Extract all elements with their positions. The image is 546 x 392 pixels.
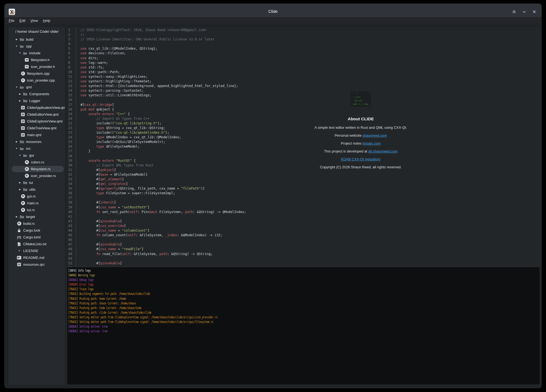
code-line[interactable]: 21 include!("cxx-qt-lib/qstring.h");	[67, 121, 540, 126]
titlebar[interactable]: Clide	[4, 4, 542, 17]
tree-item-cmakelists-txt[interactable]: CMakeLists.txt	[8, 241, 65, 247]
code-line[interactable]: 24 type QModelIndex = cxx_qt_lib::QModel…	[67, 135, 540, 140]
code-line[interactable]: 13use syntect::html::{IncludeBackground,…	[67, 84, 540, 88]
tree-item-gui[interactable]: ▼gui	[8, 152, 65, 159]
code-line[interactable]: 23 include!("cxx-qt-lib/qmodelindex.h");	[67, 130, 540, 135]
tree-item-cargo-toml[interactable]: [T]Cargo.toml	[8, 234, 65, 241]
chevron-down-icon[interactable]: ▼	[19, 52, 21, 54]
code-line[interactable]: 29 unsafe extern "RustQt" {	[67, 158, 540, 163]
tree-item-gui-rs[interactable]: Rgui.rs	[8, 193, 65, 200]
code-line[interactable]: 18pub mod qobject {	[67, 107, 540, 112]
tree-item-include[interactable]: ▼include	[8, 50, 65, 56]
chevron-right-icon[interactable]: ▶	[15, 140, 18, 143]
code-line[interactable]: 27 }	[67, 149, 540, 154]
code-line[interactable]: 47 #[qinvokable]	[67, 242, 540, 247]
notes-link[interactable]: knoats.com	[363, 141, 381, 145]
code-line[interactable]: 33 #[qml_element]	[67, 177, 540, 182]
code-line[interactable]: 42 #[qinvokable]	[67, 219, 540, 224]
tree-item-resources-qrc[interactable]: Qtresources.qrc	[8, 261, 65, 268]
code-line[interactable]: 15use syntect::util::LinesWithEndings;	[67, 93, 540, 98]
code-line[interactable]: 40 fn set_root_path(self: Pin<&mut FileS…	[67, 210, 540, 214]
kdab-repo-link[interactable]: KDAB CXX-Qt repository	[341, 157, 381, 161]
tree-item-main-qml[interactable]: Qtmain.qml	[8, 131, 65, 138]
shade-button[interactable]	[511, 9, 517, 15]
chevron-down-icon[interactable]: ▼	[15, 147, 18, 150]
code-line[interactable]: 6use devicons::FileIcon;	[67, 51, 540, 56]
code-line[interactable]: 1// SPDX-FileCopyrightText: 2026, Shaun …	[67, 28, 540, 32]
tree-item-license[interactable]: ✶LICENSE	[8, 247, 65, 254]
chevron-right-icon[interactable]: ▶	[19, 188, 21, 191]
code-line[interactable]: 46	[67, 238, 540, 242]
chevron-right-icon[interactable]: ▶	[19, 181, 21, 184]
code-line[interactable]: 11use syntect::easy::HighlightLines;	[67, 74, 540, 79]
tree-item-build-rs[interactable]: Rbuild.rs	[8, 220, 65, 227]
code-line[interactable]: 28	[67, 154, 540, 158]
minimize-button[interactable]	[521, 9, 527, 15]
code-line[interactable]: 50	[67, 256, 540, 261]
tree-item-tui-rs[interactable]: Rtui.rs	[8, 207, 65, 213]
code-line[interactable]: 36 type FileSystem = super::FileSystemIm…	[67, 191, 540, 196]
tree-item-resources[interactable]: ▶resources	[8, 138, 65, 145]
code-line[interactable]: 48 #[cxx_name = "readFile"]	[67, 247, 540, 252]
tree-item-filesystem-rs[interactable]: Rfilesystem.rs	[8, 166, 65, 172]
tree-item-filesystem-h[interactable]: Hfilesystem.h	[8, 56, 65, 63]
code-line[interactable]: 38 #[inherit]	[67, 200, 540, 205]
code-line[interactable]: 26 type QFileSystemModel;	[67, 144, 540, 149]
code-editor[interactable]: 1// SPDX-FileCopyrightText: 2026, Shaun …	[67, 27, 540, 267]
chevron-right-icon[interactable]: ▶	[15, 216, 18, 218]
tree-item-build[interactable]: ▶build	[8, 36, 65, 43]
tree-item-readme-md[interactable]: M↓README.md	[8, 254, 65, 261]
code-line[interactable]: 39 #[cxx_name = "setRootPath"]	[67, 205, 540, 210]
code-line[interactable]: 35 #[qproperty(QString, file_path, cxx_n…	[67, 186, 540, 191]
tree-item-colors-rs[interactable]: Rcolors.rs	[8, 159, 65, 166]
code-line[interactable]: 4	[67, 42, 540, 46]
chevron-right-icon[interactable]: ▶	[19, 93, 21, 95]
tree-item-icon-provider-rs[interactable]: Ricon_provider.rs	[8, 172, 65, 179]
tree-item-cpp[interactable]: ▼cpp	[8, 43, 65, 50]
close-button[interactable]	[531, 9, 537, 15]
tree-item-clideapplicationview-qml[interactable]: QtClideApplicationView.qml	[8, 104, 65, 111]
code-line[interactable]: 30 // Export QML Types from Rust	[67, 163, 540, 168]
log-console[interactable]: [INFO] Info logs[WARN] Warning logs[DEBU…	[67, 267, 540, 385]
code-line[interactable]: 12use syntect::highlighting::ThemeSet;	[67, 79, 540, 84]
tree-item-logger[interactable]: ▶Logger	[8, 97, 65, 104]
chevron-right-icon[interactable]: ▶	[15, 38, 18, 41]
code-line[interactable]: 37	[67, 196, 540, 200]
tree-item-clideexplorerview-qml[interactable]: QtClideExplorerView.qml	[8, 118, 65, 125]
code-line[interactable]: 3// SPDX-License-Identifier: GNU General…	[67, 37, 540, 42]
tree-item-icon-provider-cpp[interactable]: Cicon_provider.cpp	[8, 77, 65, 84]
code-line[interactable]: 8use log::warn;	[67, 61, 540, 65]
code-line[interactable]: 10use std::path::Path;	[67, 70, 540, 74]
code-line[interactable]: 49 fn read_file(self: &FileSystem, path:…	[67, 252, 540, 256]
code-line[interactable]: 19 unsafe extern "C++" {	[67, 112, 540, 116]
code-line[interactable]: 5use cxx_qt_lib::{QModelIndex, QString};	[67, 46, 540, 51]
chevron-down-icon[interactable]: ▼	[15, 45, 18, 47]
tree-item-filesystem-cpp[interactable]: Cfilesystem.cpp	[8, 70, 65, 77]
tree-item-tui[interactable]: ▶tui	[8, 179, 65, 186]
chevron-down-icon[interactable]: ▼	[19, 154, 21, 157]
code-line[interactable]: 20 // Import Qt Types from C++	[67, 116, 540, 121]
tree-item-icon-provider-h[interactable]: Hicon_provider.h	[8, 63, 65, 70]
code-line[interactable]: 51 #[qinvokable]	[67, 261, 540, 266]
code-line[interactable]: 44 #[cxx_name = "columnCount"]	[67, 228, 540, 233]
code-line[interactable]: 17#[cxx_qt::bridge]	[67, 103, 540, 107]
tree-item-target[interactable]: ▶target	[8, 213, 65, 220]
chevron-down-icon[interactable]: ▼	[15, 86, 18, 88]
chevron-right-icon[interactable]: ▶	[19, 100, 21, 102]
code-line[interactable]: 45 fn column_count(self: &FileSystem, _i…	[67, 233, 540, 238]
tree-item-clidetreeview-qml[interactable]: QtClideTreeView.qml	[8, 125, 65, 131]
website-link[interactable]: shaunreed.com	[363, 133, 387, 137]
tree-item-components[interactable]: ▶Components	[8, 91, 65, 97]
tree-item-clideeditorview-qml[interactable]: QtClideEditorView.qml	[8, 111, 65, 118]
code-line[interactable]: 14use syntect::parsing::SyntaxSet;	[67, 88, 540, 93]
tree-item-src[interactable]: ▼src	[8, 145, 65, 152]
code-line[interactable]: 32 #[base = QFileSystemModel]	[67, 172, 540, 177]
code-line[interactable]: 7use dirs;	[67, 56, 540, 61]
code-line[interactable]: 25 include!(<QtGui/QFileSystemModel>);	[67, 140, 540, 144]
code-line[interactable]: 41	[67, 214, 540, 219]
code-line[interactable]: 31 #[qobject]	[67, 168, 540, 172]
code-line[interactable]: 2//	[67, 32, 540, 37]
menu-item-edit[interactable]: Edit	[17, 17, 28, 24]
menu-item-view[interactable]: View	[28, 17, 40, 24]
tree-item-qml[interactable]: ▼qml	[8, 84, 65, 91]
